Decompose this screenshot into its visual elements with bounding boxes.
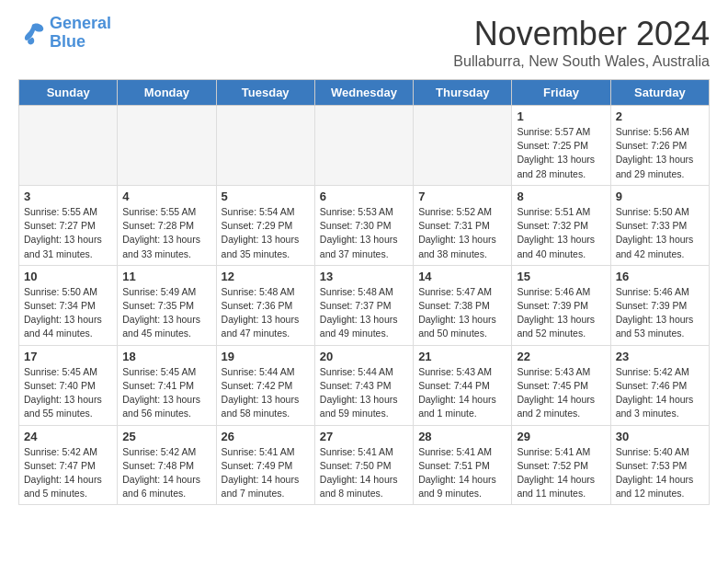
weekday-header: Saturday bbox=[610, 80, 709, 106]
day-info: Sunrise: 5:45 AMSunset: 7:40 PMDaylight:… bbox=[24, 366, 102, 419]
calendar-row: 24Sunrise: 5:42 AMSunset: 7:47 PMDayligh… bbox=[19, 425, 710, 505]
calendar-cell: 30Sunrise: 5:40 AMSunset: 7:53 PMDayligh… bbox=[610, 425, 709, 505]
calendar-cell bbox=[19, 106, 118, 186]
calendar-cell: 29Sunrise: 5:41 AMSunset: 7:52 PMDayligh… bbox=[512, 425, 610, 505]
day-info: Sunrise: 5:52 AMSunset: 7:31 PMDaylight:… bbox=[418, 206, 496, 259]
weekday-header: Thursday bbox=[414, 80, 512, 106]
calendar-cell: 12Sunrise: 5:48 AMSunset: 7:36 PMDayligh… bbox=[216, 265, 314, 345]
day-number: 10 bbox=[24, 270, 112, 283]
day-number: 25 bbox=[122, 430, 210, 443]
calendar-header: SundayMondayTuesdayWednesdayThursdayFrid… bbox=[19, 80, 710, 106]
day-number: 9 bbox=[616, 190, 704, 203]
day-number: 21 bbox=[418, 350, 506, 363]
calendar-cell: 6Sunrise: 5:53 AMSunset: 7:30 PMDaylight… bbox=[314, 185, 413, 265]
day-number: 16 bbox=[616, 270, 704, 283]
day-info: Sunrise: 5:47 AMSunset: 7:38 PMDaylight:… bbox=[418, 286, 496, 339]
calendar-cell: 24Sunrise: 5:42 AMSunset: 7:47 PMDayligh… bbox=[19, 425, 118, 505]
day-number: 1 bbox=[517, 109, 605, 123]
calendar-cell: 26Sunrise: 5:41 AMSunset: 7:49 PMDayligh… bbox=[216, 425, 314, 505]
day-number: 22 bbox=[517, 350, 605, 363]
day-number: 26 bbox=[222, 430, 310, 443]
day-number: 12 bbox=[222, 270, 310, 283]
day-info: Sunrise: 5:42 AMSunset: 7:47 PMDaylight:… bbox=[24, 446, 102, 500]
calendar-cell: 7Sunrise: 5:52 AMSunset: 7:31 PMDaylight… bbox=[414, 185, 512, 265]
calendar-cell: 22Sunrise: 5:43 AMSunset: 7:45 PMDayligh… bbox=[512, 345, 610, 425]
day-number: 7 bbox=[418, 190, 506, 203]
calendar-cell: 2Sunrise: 5:56 AMSunset: 7:26 PMDaylight… bbox=[610, 106, 709, 186]
calendar-cell: 1Sunrise: 5:57 AMSunset: 7:25 PMDaylight… bbox=[512, 106, 610, 186]
logo-icon bbox=[18, 19, 46, 47]
day-number: 28 bbox=[418, 430, 506, 443]
day-info: Sunrise: 5:55 AMSunset: 7:28 PMDaylight:… bbox=[122, 206, 200, 259]
day-info: Sunrise: 5:42 AMSunset: 7:48 PMDaylight:… bbox=[122, 446, 200, 500]
header: General Blue November 2024 Bullaburra, N… bbox=[18, 15, 710, 70]
calendar-cell: 14Sunrise: 5:47 AMSunset: 7:38 PMDayligh… bbox=[414, 265, 512, 345]
day-number: 6 bbox=[320, 190, 408, 203]
day-info: Sunrise: 5:54 AMSunset: 7:29 PMDaylight:… bbox=[222, 206, 300, 259]
logo-blue: Blue bbox=[50, 32, 85, 51]
day-info: Sunrise: 5:55 AMSunset: 7:27 PMDaylight:… bbox=[24, 206, 102, 259]
day-info: Sunrise: 5:48 AMSunset: 7:36 PMDaylight:… bbox=[222, 286, 300, 339]
calendar-cell: 20Sunrise: 5:44 AMSunset: 7:43 PMDayligh… bbox=[314, 345, 413, 425]
day-number: 17 bbox=[24, 350, 112, 363]
day-info: Sunrise: 5:49 AMSunset: 7:35 PMDaylight:… bbox=[122, 286, 200, 339]
day-info: Sunrise: 5:41 AMSunset: 7:49 PMDaylight:… bbox=[222, 446, 300, 500]
calendar-row: 1Sunrise: 5:57 AMSunset: 7:25 PMDaylight… bbox=[19, 106, 710, 186]
day-number: 4 bbox=[122, 190, 210, 203]
weekday-header: Tuesday bbox=[216, 80, 314, 106]
day-number: 3 bbox=[24, 190, 112, 203]
day-info: Sunrise: 5:41 AMSunset: 7:50 PMDaylight:… bbox=[320, 446, 398, 500]
calendar-cell: 23Sunrise: 5:42 AMSunset: 7:46 PMDayligh… bbox=[610, 345, 709, 425]
day-number: 15 bbox=[517, 270, 605, 283]
day-info: Sunrise: 5:57 AMSunset: 7:25 PMDaylight:… bbox=[517, 126, 595, 179]
day-info: Sunrise: 5:50 AMSunset: 7:34 PMDaylight:… bbox=[24, 286, 102, 339]
calendar-cell: 25Sunrise: 5:42 AMSunset: 7:48 PMDayligh… bbox=[118, 425, 216, 505]
day-number: 29 bbox=[517, 430, 605, 443]
calendar-cell: 19Sunrise: 5:44 AMSunset: 7:42 PMDayligh… bbox=[216, 345, 314, 425]
day-number: 2 bbox=[616, 109, 704, 123]
day-info: Sunrise: 5:43 AMSunset: 7:45 PMDaylight:… bbox=[517, 366, 595, 419]
calendar-cell: 11Sunrise: 5:49 AMSunset: 7:35 PMDayligh… bbox=[118, 265, 216, 345]
day-number: 8 bbox=[517, 190, 605, 203]
day-info: Sunrise: 5:48 AMSunset: 7:37 PMDaylight:… bbox=[320, 286, 398, 339]
calendar-cell bbox=[314, 106, 413, 186]
day-number: 5 bbox=[222, 190, 310, 203]
month-title: November 2024 bbox=[453, 15, 710, 53]
calendar-cell: 28Sunrise: 5:41 AMSunset: 7:51 PMDayligh… bbox=[414, 425, 512, 505]
day-info: Sunrise: 5:44 AMSunset: 7:42 PMDaylight:… bbox=[222, 366, 300, 419]
day-info: Sunrise: 5:44 AMSunset: 7:43 PMDaylight:… bbox=[320, 366, 398, 419]
header-row: SundayMondayTuesdayWednesdayThursdayFrid… bbox=[19, 80, 710, 106]
calendar-cell: 4Sunrise: 5:55 AMSunset: 7:28 PMDaylight… bbox=[118, 185, 216, 265]
page-container: General Blue November 2024 Bullaburra, N… bbox=[0, 0, 728, 520]
day-info: Sunrise: 5:46 AMSunset: 7:39 PMDaylight:… bbox=[517, 286, 595, 339]
calendar-cell: 27Sunrise: 5:41 AMSunset: 7:50 PMDayligh… bbox=[314, 425, 413, 505]
calendar-cell bbox=[414, 106, 512, 186]
calendar-row: 10Sunrise: 5:50 AMSunset: 7:34 PMDayligh… bbox=[19, 265, 710, 345]
day-number: 19 bbox=[222, 350, 310, 363]
logo-text: General Blue bbox=[50, 15, 111, 52]
day-number: 20 bbox=[320, 350, 408, 363]
calendar-table: SundayMondayTuesdayWednesdayThursdayFrid… bbox=[18, 79, 710, 505]
calendar-cell bbox=[118, 106, 216, 186]
day-number: 11 bbox=[122, 270, 210, 283]
calendar-cell: 3Sunrise: 5:55 AMSunset: 7:27 PMDaylight… bbox=[19, 185, 118, 265]
calendar-cell: 8Sunrise: 5:51 AMSunset: 7:32 PMDaylight… bbox=[512, 185, 610, 265]
day-info: Sunrise: 5:46 AMSunset: 7:39 PMDaylight:… bbox=[616, 286, 694, 339]
calendar-row: 17Sunrise: 5:45 AMSunset: 7:40 PMDayligh… bbox=[19, 345, 710, 425]
day-info: Sunrise: 5:43 AMSunset: 7:44 PMDaylight:… bbox=[418, 366, 496, 419]
weekday-header: Monday bbox=[118, 80, 216, 106]
day-number: 30 bbox=[616, 430, 704, 443]
title-section: November 2024 Bullaburra, New South Wale… bbox=[453, 15, 710, 70]
calendar-cell: 13Sunrise: 5:48 AMSunset: 7:37 PMDayligh… bbox=[314, 265, 413, 345]
day-info: Sunrise: 5:56 AMSunset: 7:26 PMDaylight:… bbox=[616, 126, 694, 179]
calendar-cell bbox=[216, 106, 314, 186]
day-number: 14 bbox=[418, 270, 506, 283]
location-title: Bullaburra, New South Wales, Australia bbox=[453, 53, 710, 70]
weekday-header: Wednesday bbox=[314, 80, 413, 106]
weekday-header: Friday bbox=[512, 80, 610, 106]
day-info: Sunrise: 5:41 AMSunset: 7:52 PMDaylight:… bbox=[517, 446, 595, 500]
day-info: Sunrise: 5:42 AMSunset: 7:46 PMDaylight:… bbox=[616, 366, 694, 419]
calendar-row: 3Sunrise: 5:55 AMSunset: 7:27 PMDaylight… bbox=[19, 185, 710, 265]
calendar-cell: 15Sunrise: 5:46 AMSunset: 7:39 PMDayligh… bbox=[512, 265, 610, 345]
logo-general: General bbox=[50, 14, 111, 32]
